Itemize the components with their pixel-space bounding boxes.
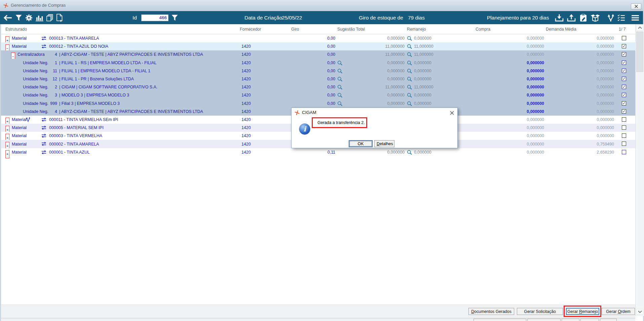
compra-value: 0,000000 <box>504 99 544 108</box>
remanejo-value: 0,000000 <box>414 67 431 75</box>
row-checkbox[interactable]: ✓ <box>622 93 626 97</box>
settings-button[interactable] <box>25 14 33 22</box>
row-checkbox[interactable]: ✓ <box>622 77 626 81</box>
chart-button[interactable] <box>35 14 44 21</box>
row-checkbox[interactable]: ✓ <box>622 61 626 65</box>
magnifier-icon[interactable] <box>337 85 343 90</box>
magnifier-icon[interactable] <box>407 77 412 82</box>
dialog-titlebar[interactable]: CIGAM <box>292 108 457 117</box>
compra-value: 0,000000 <box>504 124 544 132</box>
magnifier-icon[interactable] <box>337 61 343 66</box>
package-button[interactable] <box>590 14 600 22</box>
window-frame-left <box>0 24 1 321</box>
page-indicator: 1/ 7 <box>619 27 626 32</box>
expand-icon[interactable]: + <box>5 150 9 158</box>
row-checkbox[interactable] <box>622 36 626 40</box>
row-checkbox[interactable] <box>622 133 626 138</box>
detalhes-button[interactable]: Detalhes <box>374 140 394 147</box>
material-code: 000003 - TINTA VERMELHA <box>49 132 102 140</box>
table-row[interactable]: Unidade Neg.3| MODELO 3 | EMPRESA MODELO… <box>0 91 635 99</box>
column-header-remanejo[interactable]: Remanejo <box>407 27 426 32</box>
giro-value: 0,00 <box>302 91 335 99</box>
giro-value: 0,11 <box>302 148 335 156</box>
menu-button[interactable] <box>631 15 639 21</box>
fornecedor-value: 1420 <box>241 132 251 140</box>
back-button[interactable] <box>4 15 12 21</box>
row-checkbox[interactable]: ✓ <box>622 109 626 114</box>
scroll-up-button[interactable] <box>636 25 643 31</box>
table-row[interactable]: −Material000012 - TINTA AZUL DO NOIA1420… <box>0 42 635 50</box>
magnifier-icon[interactable] <box>407 85 412 90</box>
column-header-giro[interactable]: Giro <box>291 27 299 32</box>
footer-divider <box>0 318 635 318</box>
magnifier-icon[interactable] <box>407 52 412 57</box>
branch-button[interactable] <box>607 14 615 22</box>
table-row[interactable]: Unidade Neg.2| CIGAM | CIGAM SOFTWARE CO… <box>0 83 635 91</box>
column-header-fornecedor[interactable]: Fornecedor <box>240 27 261 32</box>
table-row[interactable]: +Material000013 - TINTA AMARELA0,000,000… <box>0 34 635 42</box>
magnifier-icon[interactable] <box>407 61 412 66</box>
gerar-solicitacao-button[interactable]: Gerar Solicitação <box>517 308 563 315</box>
fornecedor-value: 1420 <box>241 59 251 67</box>
ok-button[interactable]: OK <box>349 140 373 147</box>
row-checkbox[interactable]: ✓ <box>622 85 626 89</box>
column-header-demanda-media[interactable]: Demanda Média <box>546 27 576 32</box>
id-filter-button[interactable] <box>172 14 178 21</box>
fornecedor-value: 1420 <box>241 67 251 75</box>
dialog-close-button[interactable] <box>450 110 454 116</box>
table-row[interactable]: +Material000001 - TINTA AZUL14200,110,00… <box>0 148 635 156</box>
column-header-sugestao-total[interactable]: Sugestão Total <box>337 27 365 32</box>
magnifier-icon[interactable] <box>407 36 412 41</box>
column-header-estruturado[interactable]: Estruturado <box>5 27 27 32</box>
magnifier-icon[interactable] <box>337 93 343 98</box>
table-row[interactable]: Unidade Neg.1| FILIAL 1 - RS | EMPRESA M… <box>0 59 635 67</box>
copy-button[interactable] <box>46 14 53 22</box>
table-row[interactable]: Unidade Neg.11| FILIAL 1 | EMPRESA MODEL… <box>0 67 635 75</box>
row-checkbox[interactable] <box>622 125 626 130</box>
clipboard-button[interactable] <box>580 14 587 22</box>
demanda-value: 0,000000 <box>574 132 614 140</box>
row-checkbox[interactable]: ✓ <box>622 44 626 48</box>
magnifier-icon[interactable] <box>407 150 412 155</box>
filter-button[interactable] <box>15 14 22 21</box>
dialog-message: Gerada a transferência 2. <box>313 120 365 125</box>
cigam-logo-icon <box>3 3 8 9</box>
row-checkbox[interactable] <box>622 142 626 146</box>
magnifier-icon[interactable] <box>337 101 343 106</box>
remanejo-value: 11,000000 <box>414 42 433 50</box>
upload-button[interactable] <box>567 14 576 22</box>
fornecedor-value: 1420 <box>241 83 251 91</box>
checklist-button[interactable] <box>617 14 625 21</box>
row-checkbox[interactable]: ✓ <box>622 69 626 73</box>
magnifier-icon[interactable] <box>407 44 412 49</box>
fornecedor-value: 1420 <box>241 99 251 108</box>
row-checkbox[interactable] <box>622 117 626 122</box>
magnifier-icon[interactable] <box>337 69 343 74</box>
row-checkbox[interactable]: ✓ <box>622 52 626 56</box>
unit-number: 1 <box>44 59 57 67</box>
unit-number: 2 <box>44 83 57 91</box>
table-row[interactable]: Unidade Neg.12| FILIAL 1 - PR | Bozena S… <box>0 75 635 83</box>
demanda-value: 0,000000 <box>574 91 614 99</box>
table-row[interactable]: −Centralizadora4| ABYZ-CIGAM - TESTE | A… <box>0 50 635 58</box>
column-header-compra[interactable]: Compra <box>476 27 490 32</box>
row-checkbox[interactable] <box>622 150 626 154</box>
id-input[interactable] <box>141 14 168 21</box>
demanda-value: 0,759490 <box>574 140 614 148</box>
row-level-label: Material <box>12 124 27 132</box>
new-document-button[interactable] <box>56 13 63 22</box>
scroll-down-button[interactable] <box>636 309 643 315</box>
download-button[interactable] <box>555 14 564 22</box>
row-checkbox[interactable]: ✓ <box>622 101 626 106</box>
magnifier-icon[interactable] <box>407 93 412 98</box>
scrollbar-thumb[interactable] <box>636 32 643 72</box>
gerar-ordem-button[interactable]: Gerar Ordem <box>602 308 635 315</box>
magnifier-icon[interactable] <box>407 69 412 74</box>
gerar-remanejo-button[interactable]: Gerar Remanejo <box>566 308 599 315</box>
documentos-gerados-button[interactable]: Documentos Gerados <box>468 308 514 315</box>
vertical-scrollbar[interactable] <box>635 24 644 316</box>
window-close-button[interactable] <box>631 3 641 9</box>
magnifier-icon[interactable] <box>407 101 412 106</box>
magnifier-icon[interactable] <box>337 77 343 82</box>
table-row[interactable]: Unidade Neg.999| Filial 3 | EMPRESA MODE… <box>0 99 635 108</box>
